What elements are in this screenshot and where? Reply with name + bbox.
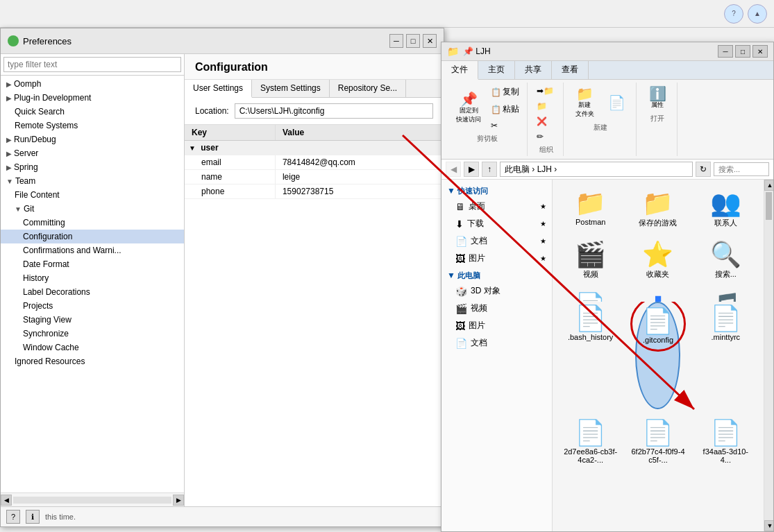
sidebar-item-projects[interactable]: Projects (1, 299, 184, 313)
sidebar-item-window-cache[interactable]: Window Cache (1, 341, 184, 354)
tab-system-settings[interactable]: System Settings (252, 80, 330, 97)
paste-btn[interactable]: 📋 粘贴 (487, 101, 523, 117)
list-item[interactable]: 🎬 视频 (560, 238, 621, 284)
close-button[interactable]: ✕ (423, 34, 437, 48)
sidebar-item-quick-search[interactable]: Quick Search (1, 105, 184, 119)
pin-star-icon: ★ (540, 203, 546, 210)
exp-sidebar-item-图片[interactable]: 🖼图片 (441, 317, 552, 334)
nav-forward-btn[interactable]: ▶ (464, 162, 479, 177)
sidebar-item-oomph[interactable]: ▶Oomph (1, 77, 184, 91)
list-item[interactable]: 📁 保存的游戏 (627, 187, 689, 232)
list-item[interactable]: 📁 Postman (560, 187, 621, 232)
sidebar-item-confirmations[interactable]: Confirmations and Warni... (1, 243, 184, 257)
file-wrapper: 📄 .bash_history (560, 302, 621, 410)
sidebar-item-file-content[interactable]: File Content (1, 188, 184, 202)
scroll-up-btn[interactable]: ▲ (764, 180, 773, 191)
ribbon-tab-主页[interactable]: 主页 (478, 61, 515, 79)
expand-icon: ▼ (189, 144, 196, 152)
config-tabs: User SettingsSystem SettingsRepository S… (185, 80, 444, 98)
sidebar-item-spring[interactable]: ▶Spring (1, 160, 184, 174)
exp-sidebar-section-此电脑[interactable]: ▼ 此电脑 (441, 267, 552, 282)
pin-star-icon: ★ (540, 220, 546, 228)
explorer-minimize-btn[interactable]: ─ (718, 45, 733, 58)
sidebar-item-run-debug[interactable]: ▶Run/Debug (1, 132, 184, 146)
sidebar-folder-icon: ⬇ (455, 218, 464, 230)
exp-sidebar-item-文档[interactable]: 📄文档★ (441, 232, 552, 250)
scroll-right-btn[interactable]: ▶ (173, 495, 184, 506)
sidebar-item-committing[interactable]: Committing (1, 216, 184, 230)
list-item[interactable]: ⭐ 收藏夹 (627, 238, 689, 284)
copy-to-btn[interactable]: 📁 (533, 99, 559, 113)
scroll-down-btn[interactable]: ▼ (764, 520, 773, 531)
sidebar-item-ignored-resources[interactable]: Ignored Resources (1, 354, 184, 368)
tab-repository-se...[interactable]: Repository Se... (330, 80, 406, 97)
list-item[interactable]: 📄 .gitconfig (635, 302, 680, 410)
horizontal-scrollbar[interactable] (13, 497, 171, 504)
list-item[interactable]: 📄 2d7ee8a6-cb3f-4ca2-... (560, 416, 621, 524)
sidebar-item-git[interactable]: ▼Git (1, 202, 184, 216)
topbar-icon-2: ▲ (748, 4, 767, 24)
search-input[interactable] (714, 162, 769, 176)
table-key-cell: email (185, 155, 275, 170)
explorer-titlebar-left: 📁 📌 LJH (447, 46, 491, 57)
list-item[interactable]: 📄 .bash_history (564, 302, 617, 410)
ribbon-tab-文件[interactable]: 文件 (441, 61, 478, 80)
ribbon-tab-查看[interactable]: 查看 (552, 61, 589, 79)
explorer-maximize-btn[interactable]: □ (735, 45, 750, 58)
properties-btn[interactable]: ℹ️ 属性 (642, 84, 673, 112)
list-item[interactable]: 📄 .minttyrc (706, 302, 746, 410)
ribbon-clipboard-buttons: 📌 固定到快速访问 📋 复制 📋 粘贴 ✂ (451, 84, 523, 132)
pin-to-quick-btn[interactable]: 📌 固定到快速访问 (451, 89, 486, 127)
nav-back-btn[interactable]: ◀ (446, 162, 461, 177)
list-item[interactable]: 📄 文档 (560, 289, 621, 302)
exp-sidebar-item-3D 对象[interactable]: 🎲3D 对象 (441, 282, 552, 300)
move-to-btn[interactable]: ➡📁 (533, 84, 559, 98)
sidebar-item-synchronize[interactable]: Synchronize (1, 327, 184, 341)
filter-input[interactable] (3, 57, 181, 72)
maximize-button[interactable]: □ (406, 34, 420, 48)
properties-label: 属性 (651, 101, 664, 110)
list-item[interactable]: 👥 联系人 (695, 187, 757, 232)
sidebar-item-history[interactable]: History (1, 271, 184, 285)
exp-sidebar-section-快速访问[interactable]: ▼ 快速访问 (441, 182, 552, 198)
sidebar-item-configuration[interactable]: Configuration (1, 230, 184, 243)
new-folder-btn[interactable]: 📁 新建文件夹 (569, 84, 600, 121)
list-item[interactable]: 📄 f34aa5-3d10-4... (695, 416, 757, 524)
exp-sidebar-item-桌面[interactable]: 🖥桌面★ (441, 198, 552, 215)
exp-sidebar-item-图片[interactable]: 🖼图片★ (441, 250, 552, 267)
sidebar-item-date-format[interactable]: Date Format (1, 257, 184, 271)
help-button[interactable]: ? (6, 510, 20, 524)
list-item[interactable]: ⬇ 下载 (627, 289, 689, 302)
nav-up-btn[interactable]: ↑ (482, 162, 497, 177)
tab-user-settings[interactable]: User Settings (185, 80, 252, 98)
explorer-close-btn[interactable]: ✕ (752, 45, 768, 58)
sidebar-item-plugin-dev[interactable]: ▶Plug-in Development (1, 91, 184, 105)
section-arrow-icon: ▼ (447, 271, 455, 280)
sidebar-item-staging-view[interactable]: Staging View (1, 313, 184, 327)
sidebar-item-label-decorations[interactable]: Label Decorations (1, 285, 184, 299)
list-item[interactable]: 🔍 搜索... (695, 238, 757, 284)
scroll-left-btn[interactable]: ◀ (1, 495, 12, 506)
new-item-btn[interactable]: 📄 (601, 93, 632, 112)
vertical-scrollbar[interactable]: ▲ ▼ (764, 180, 773, 531)
refresh-btn[interactable]: ↻ (696, 162, 711, 177)
sidebar-item-remote-systems[interactable]: Remote Systems (1, 119, 184, 132)
sidebar-item-server[interactable]: ▶Server (1, 146, 184, 160)
exp-sidebar-item-下载[interactable]: ⬇下载★ (441, 215, 552, 232)
copy-btn[interactable]: 📋 复制 (487, 84, 523, 100)
list-item[interactable]: 🎵 音乐 (695, 289, 757, 302)
info-button[interactable]: ℹ (26, 510, 40, 524)
scroll-thumb[interactable] (766, 192, 772, 220)
delete-btn[interactable]: ❌ (533, 114, 559, 128)
exp-sidebar-item-视频[interactable]: 🎬视频 (441, 300, 552, 317)
ribbon-tab-共享[interactable]: 共享 (515, 61, 552, 79)
config-header: Configuration (185, 54, 444, 80)
minimize-button[interactable]: ─ (389, 34, 403, 48)
file-name-label: 收藏夹 (646, 269, 669, 280)
list-item[interactable]: 📄 6f2b77c4-f0f9-4c5f-... (627, 416, 689, 524)
sidebar-item-team[interactable]: ▼Team (1, 174, 184, 188)
exp-sidebar-item-文档[interactable]: 📄文档 (441, 334, 552, 352)
cut-btn[interactable]: ✂ (487, 119, 523, 132)
rename-btn[interactable]: ✏ (533, 130, 559, 144)
address-bar[interactable] (500, 162, 693, 177)
